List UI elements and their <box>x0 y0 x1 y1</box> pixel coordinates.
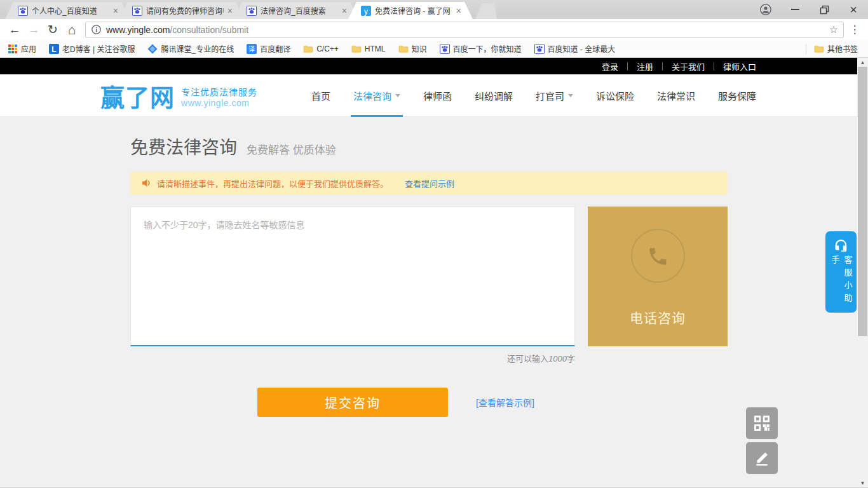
nav-dispute-mediation[interactable]: 纠纷调解 <box>475 74 513 117</box>
url-path: /consultation/submit <box>170 25 248 35</box>
yingle-favicon <box>361 6 371 16</box>
consultation-form-section: 免费法律咨询 免费解答 优质体验 请清晰描述事件，再提出法律问题，以便于我们提供… <box>100 117 756 417</box>
scrollbar-thumb[interactable] <box>858 67 867 336</box>
baidu-paw-icon <box>440 44 450 54</box>
profile-icon[interactable] <box>751 0 780 19</box>
tab-title: 法律咨询_百度搜索 <box>261 5 338 16</box>
notice-text: 请清晰描述事件，再提出法律问题，以便于我们提供优质解答。 <box>157 177 388 189</box>
bookmark-folder-c[interactable]: C/C++ <box>303 44 339 54</box>
bookmark-star-icon[interactable]: ☆ <box>829 24 838 36</box>
tab-close-icon[interactable]: × <box>342 6 347 15</box>
qr-code-icon <box>754 415 770 431</box>
feedback-pencil-button[interactable] <box>746 442 778 474</box>
customer-service-widget[interactable]: 客服小助手 <box>825 231 857 313</box>
chevron-down-icon <box>395 94 400 97</box>
bookmark-folder-knowledge[interactable]: 知识 <box>398 43 427 54</box>
tab-yingle-active[interactable]: 免费法律咨询 - 赢了网 × <box>348 2 473 19</box>
letter-l-icon <box>49 44 59 54</box>
nav-litigation-insurance[interactable]: 诉讼保险 <box>596 74 634 117</box>
bookmark-baidu[interactable]: 百度一下，你就知道 <box>440 43 522 54</box>
phone-consultation-card[interactable]: 电话咨询 <box>588 207 728 346</box>
tab-close-icon[interactable]: × <box>456 6 461 15</box>
tab-close-icon[interactable]: × <box>227 6 233 15</box>
url-host: www.yingle.com <box>106 25 170 35</box>
forward-button[interactable]: → <box>24 23 43 37</box>
assistant-label: 客服小助手 <box>829 255 854 313</box>
browser-window: 个人中心_百度知道 × 请问有免费的律师咨询电 × 法律咨询_百度搜索 × 免费… <box>0 0 868 488</box>
logo-url: www.yingle.com <box>181 98 257 108</box>
tab-strip: 个人中心_百度知道 × 请问有免费的律师咨询电 × 法律咨询_百度搜索 × 免费… <box>0 0 868 19</box>
new-tab-button[interactable] <box>475 3 497 19</box>
qr-code-button[interactable] <box>746 407 778 439</box>
browser-menu-icon[interactable]: ⋮ <box>848 23 862 36</box>
tab-baidu-profile[interactable]: 个人中心_百度知道 × <box>5 2 130 19</box>
minimize-icon <box>791 9 799 10</box>
bookmarks-bar: 应用 老D博客 | 关注谷歌服 腾讯课堂_专业的在线 百度翻译 C/C++ HT… <box>0 40 868 58</box>
lawyer-entrance-link[interactable]: 律师入口 <box>714 60 756 72</box>
minimize-button[interactable] <box>780 0 810 19</box>
home-button[interactable]: ⌂ <box>62 22 81 37</box>
speaker-icon <box>140 178 151 188</box>
question-example-link[interactable]: 查看提问示例 <box>405 177 454 189</box>
nav-lawyer-letter[interactable]: 律师函 <box>423 74 452 117</box>
submit-consultation-button[interactable]: 提交咨询 <box>257 388 448 417</box>
scroll-up-icon[interactable]: ▲ <box>857 58 868 67</box>
main-nav: 首页 法律咨询 律师函 纠纷调解 打官司 诉讼保险 法律常识 服务保障 <box>288 74 756 117</box>
browser-toolbar: ← → ↻ ⌂ www.yingle.com /consultation/sub… <box>0 19 868 40</box>
scroll-down-icon[interactable]: ▼ <box>857 478 868 487</box>
logo-text: 赢了网 <box>100 78 175 113</box>
bookmark-folder-html[interactable]: HTML <box>351 44 386 54</box>
nav-home[interactable]: 首页 <box>311 74 330 117</box>
register-link[interactable]: 注册 <box>628 60 662 72</box>
pencil-icon <box>754 450 770 466</box>
tab-baidu-search[interactable]: 法律咨询_百度搜索 × <box>234 2 358 19</box>
page-title: 免费法律咨询 <box>130 133 237 159</box>
page-subtitle: 免费解答 优质体验 <box>247 141 336 157</box>
nav-service-guarantee[interactable]: 服务保障 <box>718 74 756 117</box>
window-controls: × <box>751 0 868 19</box>
bookmark-laod-blog[interactable]: 老D博客 | 关注谷歌服 <box>49 43 135 54</box>
bookmark-baidu-translate[interactable]: 百度翻译 <box>247 43 290 54</box>
baidu-paw-icon <box>18 6 28 16</box>
chevron-down-icon <box>568 94 573 97</box>
nav-legal-knowledge[interactable]: 法律常识 <box>657 74 695 117</box>
char-counter: 还可以输入1000字 <box>130 352 575 364</box>
close-button[interactable]: × <box>839 0 868 19</box>
baidu-paw-icon <box>247 6 257 16</box>
folder-icon <box>814 44 824 54</box>
site-header: 赢了网 专注优质法律服务 www.yingle.com 首页 法律咨询 律师函 … <box>0 74 868 117</box>
login-link[interactable]: 登录 <box>593 60 627 72</box>
tab-lawyer-question[interactable]: 请问有免费的律师咨询电 × <box>119 2 244 19</box>
tab-title: 免费法律咨询 - 赢了网 <box>375 5 452 16</box>
blue-diamond-icon <box>147 44 158 54</box>
tab-close-icon[interactable]: × <box>113 6 118 15</box>
folder-icon <box>398 44 409 54</box>
folder-icon <box>303 44 313 54</box>
folder-icon <box>351 44 362 54</box>
answer-example-link[interactable]: [查看解答示例] <box>476 396 534 409</box>
notice-banner: 请清晰描述事件，再提出法律问题，以便于我们提供优质解答。 查看提问示例 <box>130 172 728 194</box>
nav-legal-consultation[interactable]: 法律咨询 <box>353 74 400 117</box>
baidu-paw-icon <box>534 44 545 54</box>
bookmark-baidu-zhidao[interactable]: 百度知道 - 全球最大 <box>534 43 616 54</box>
tab-title: 个人中心_百度知道 <box>32 5 109 16</box>
restore-button[interactable] <box>810 0 839 19</box>
address-bar[interactable]: www.yingle.com /consultation/submit ☆ <box>85 22 844 38</box>
apps-grid-icon <box>8 44 18 54</box>
back-button[interactable]: ← <box>5 23 24 37</box>
page-scrollbar[interactable]: ▲ ▼ <box>857 58 868 487</box>
bookmark-tencent-classroom[interactable]: 腾讯课堂_专业的在线 <box>147 43 234 54</box>
site-topbar: 登录 注册 关于我们 律师入口 <box>0 58 868 74</box>
tab-title: 请问有免费的律师咨询电 <box>146 5 224 16</box>
site-logo[interactable]: 赢了网 专注优质法律服务 www.yingle.com <box>100 78 257 113</box>
page-info-icon[interactable] <box>92 25 101 34</box>
apps-shortcut[interactable]: 应用 <box>8 43 36 54</box>
reload-button[interactable]: ↻ <box>43 22 62 37</box>
other-bookmarks-button[interactable]: 其他书签 <box>814 43 858 54</box>
translate-icon <box>247 44 257 54</box>
headset-icon <box>832 238 850 252</box>
question-textarea[interactable] <box>130 207 575 346</box>
about-us-link[interactable]: 关于我们 <box>663 60 714 72</box>
phone-icon <box>647 245 668 267</box>
nav-lawsuit[interactable]: 打官司 <box>536 74 573 117</box>
